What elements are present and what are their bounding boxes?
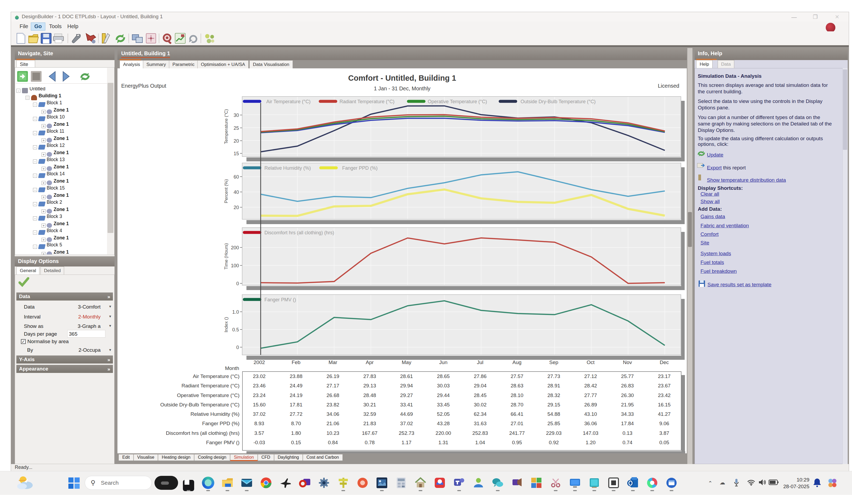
svg-text:15: 15 (234, 151, 239, 156)
svg-text:Fanger PMV (): Fanger PMV () (264, 297, 296, 302)
svg-text:1.0: 1.0 (232, 309, 239, 315)
svg-text:0: 0 (236, 281, 239, 286)
svg-text:60: 60 (234, 174, 239, 180)
svg-text:Relative Humidity (%): Relative Humidity (%) (264, 165, 311, 171)
svg-text:Temperature (°C): Temperature (°C) (224, 109, 229, 144)
svg-text:Time (Hours): Time (Hours) (224, 243, 229, 270)
svg-text:100: 100 (231, 263, 239, 268)
svg-text:20: 20 (234, 138, 239, 144)
svg-text:0.5: 0.5 (232, 327, 239, 332)
svg-text:Fanger PPD (%): Fanger PPD (%) (342, 165, 378, 171)
svg-text:40: 40 (234, 190, 239, 195)
svg-text:Air Temperature (°C): Air Temperature (°C) (266, 99, 310, 104)
svg-text:Operative Temperature (°C): Operative Temperature (°C) (428, 99, 487, 104)
svg-text:Radiant Temperature (°C): Radiant Temperature (°C) (339, 99, 394, 104)
svg-text:25: 25 (234, 125, 239, 131)
svg-text:20: 20 (234, 205, 239, 210)
svg-text:0: 0 (236, 345, 239, 350)
svg-text:30: 30 (234, 113, 239, 118)
svg-text:Percent (%): Percent (%) (224, 179, 229, 203)
svg-text:Discomfort hrs (all clothing): Discomfort hrs (all clothing) (hrs) (264, 230, 334, 235)
svg-text:200: 200 (231, 245, 239, 250)
svg-text:Index (): Index () (224, 317, 229, 332)
svg-text:Outside Dry-Bulb Temperature (: Outside Dry-Bulb Temperature (°C) (520, 99, 596, 104)
